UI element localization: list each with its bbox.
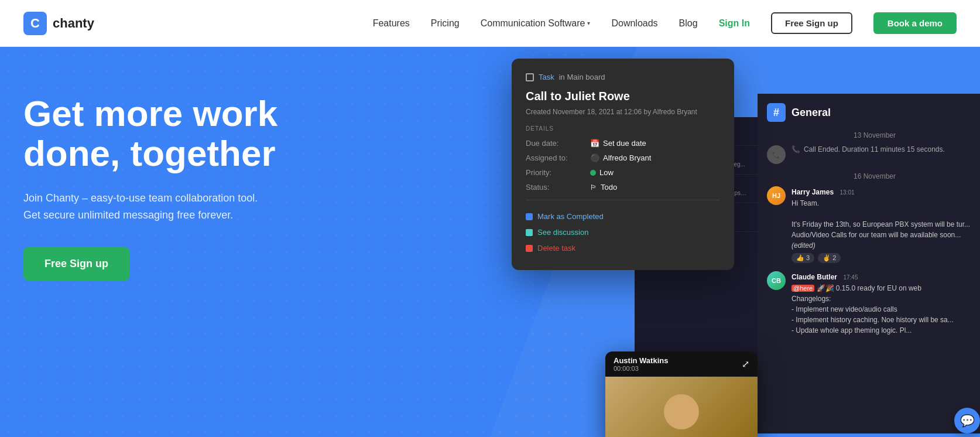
chat-support-icon[interactable]: 💬	[954, 408, 980, 433]
nav-free-signup-button[interactable]: Free Sign up	[771, 12, 852, 34]
hero-cta-button[interactable]: Free Sign up	[23, 247, 129, 281]
flag-icon: 🏳	[590, 183, 597, 192]
chat-message-claude: CB Claude Butler 17:45 @here 🚀🎉 0.15.0 r…	[767, 271, 980, 336]
task-divider	[526, 200, 720, 200]
hero-subtitle: Join Chanty – easy-to-use team collabora…	[23, 190, 277, 224]
video-call-card: Austin Watkins 00:00:03 ⤢	[605, 351, 758, 437]
channel-icon: #	[767, 103, 786, 122]
nav-links: Features Pricing Communication Software …	[373, 12, 957, 34]
msg-text: @here 🚀🎉 0.15.0 ready for EU on web Chan…	[791, 283, 980, 336]
logo-text: chanty	[53, 16, 94, 31]
task-priority-val: Low	[590, 168, 614, 177]
task-status-val: 🏳 Todo	[590, 183, 617, 192]
chat-title: General	[791, 107, 831, 119]
chat-message-harry: HJ Harry James 13:01 Hi Team. It's Frida…	[767, 186, 980, 263]
system-message: 📞 📞 Call Ended. Duration 11 minutes 15 s…	[767, 145, 980, 164]
nav-comm-software[interactable]: Communication Software ▾	[481, 18, 591, 29]
call-message: 📞 Call Ended. Duration 11 minutes 15 sec…	[791, 145, 980, 153]
nav-downloads[interactable]: Downloads	[611, 18, 657, 29]
task-discussion-action[interactable]: See discussion	[526, 224, 720, 240]
expand-icon[interactable]: ⤢	[742, 359, 749, 370]
task-created: Created November 18, 2021 at 12:06 by Al…	[526, 108, 720, 116]
msg-time: 13:01	[840, 189, 855, 196]
logo[interactable]: C chanty	[23, 12, 94, 35]
video-call-duration: 00:00:03	[614, 365, 668, 372]
face-placeholder	[664, 394, 699, 429]
task-title: Call to Juliet Rowe	[526, 90, 720, 103]
hero-screenshots: Task in Main board Call to Juliet Rowe C…	[488, 59, 980, 437]
nav-signin[interactable]: Sign In	[719, 18, 750, 29]
chat-main-panel: # General 13 November 📞 📞 Call Ended. Du…	[758, 94, 980, 433]
logo-icon: C	[23, 12, 47, 35]
task-link: Task	[539, 73, 554, 81]
complete-icon	[526, 213, 533, 220]
phone-icon: 📞	[791, 145, 800, 153]
date-divider-1: 13 November	[767, 131, 980, 139]
task-card-breadcrumb: Task in Main board	[526, 73, 720, 81]
task-delete-action[interactable]: Delete task	[526, 240, 720, 256]
avatar: CB	[767, 271, 786, 290]
msg-author: Claude Butler	[791, 273, 837, 281]
avatar: 📞	[767, 145, 786, 164]
reaction-thumbs-up[interactable]: 👍 3	[791, 253, 814, 263]
task-due-date-val: 📅 Set due date	[590, 139, 646, 148]
priority-dot-icon	[590, 170, 596, 176]
user-icon: ⚫	[590, 153, 599, 162]
task-complete-action[interactable]: Mark as Completed	[526, 209, 720, 224]
chevron-down-icon: ▾	[587, 20, 590, 26]
video-call-header: Austin Watkins 00:00:03 ⤢	[605, 351, 758, 377]
task-card: Task in Main board Call to Juliet Rowe C…	[512, 59, 734, 270]
msg-author: Harry James	[791, 188, 834, 196]
video-call-name: Austin Watkins	[614, 356, 668, 365]
calendar-icon: 📅	[590, 139, 599, 148]
task-assigned-row: Assigned to: ⚫ Alfredo Bryant	[526, 153, 720, 162]
nav-pricing[interactable]: Pricing	[431, 18, 460, 29]
video-preview	[605, 377, 758, 437]
msg-time: 17:45	[843, 274, 858, 281]
chat-header: # General	[767, 103, 980, 122]
delete-icon	[526, 245, 533, 252]
task-checkbox-icon	[526, 73, 534, 81]
date-divider-2: 16 November	[767, 172, 980, 180]
msg-reactions: 👍 3 ✌️ 2	[791, 253, 980, 263]
task-assigned-val: ⚫ Alfredo Bryant	[590, 153, 651, 162]
hero-section: Get more work done, together Join Chanty…	[0, 47, 980, 437]
avatar: HJ	[767, 186, 786, 205]
hero-content: Get more work done, together Join Chanty…	[23, 82, 277, 281]
task-priority-row: Priority: Low	[526, 168, 720, 177]
discussion-icon	[526, 229, 533, 236]
mention-highlight: @here	[791, 285, 814, 292]
msg-text: Hi Team. It's Friday the 13th, so Europe…	[791, 198, 980, 251]
task-due-date-row: Due date: 📅 Set due date	[526, 139, 720, 148]
nav-features[interactable]: Features	[373, 18, 410, 29]
navbar: C chanty Features Pricing Communication …	[0, 0, 980, 47]
reaction-victory[interactable]: ✌️ 2	[818, 253, 841, 263]
nav-blog[interactable]: Blog	[679, 18, 698, 29]
task-status-row: Status: 🏳 Todo	[526, 183, 720, 192]
nav-book-demo-button[interactable]: Book a demo	[873, 12, 957, 34]
hero-title: Get more work done, together	[23, 94, 277, 173]
task-details-label: DETAILS	[526, 125, 720, 132]
